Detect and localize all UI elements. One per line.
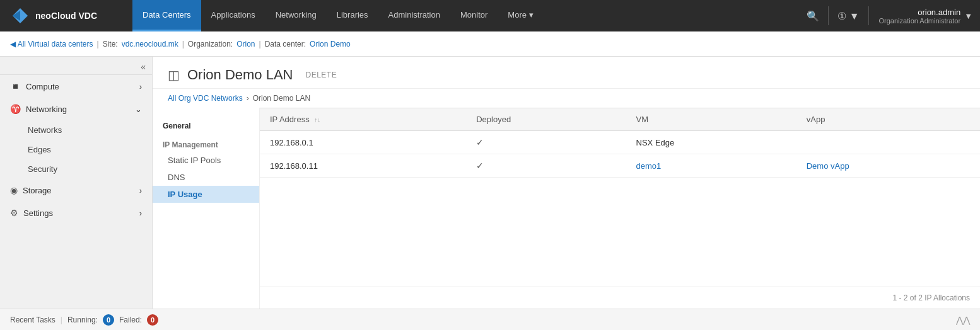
panel-ip-usage[interactable]: IP Usage bbox=[153, 186, 259, 203]
current-network-label: Orion Demo LAN bbox=[253, 94, 310, 103]
status-divider: | bbox=[61, 316, 62, 324]
table-header-row: IP Address ↑↓ Deployed VM vApp bbox=[260, 108, 980, 131]
nav-item-networking[interactable]: Networking bbox=[265, 0, 327, 31]
col-ip-label: IP Address bbox=[270, 115, 310, 124]
sidebar-item-storage[interactable]: ◉ Storage › bbox=[0, 179, 152, 202]
main-layout: « ◾ Compute › ♈ Networking ⌄ Networks Ed… bbox=[0, 57, 980, 309]
sidebar-label-compute: Compute bbox=[26, 82, 59, 91]
top-navigation: neoCloud VDC Data Centers Applications N… bbox=[0, 0, 980, 31]
sidebar-collapse-bar: « bbox=[0, 57, 152, 75]
back-to-vdcs[interactable]: ◀ All Virtual data centers bbox=[10, 40, 93, 48]
col-vapp: vApp bbox=[796, 108, 980, 131]
brand-logo-icon bbox=[10, 6, 30, 26]
vm-link-1[interactable]: demo1 bbox=[636, 161, 662, 171]
site-link[interactable]: vdc.neocloud.mk bbox=[122, 40, 178, 48]
cell-deployed-0: ✓ bbox=[466, 131, 626, 154]
cell-ip-1: 192.168.0.11 bbox=[260, 154, 466, 178]
nav-item-libraries[interactable]: Libraries bbox=[327, 0, 378, 31]
search-icon[interactable]: 🔍 bbox=[803, 6, 823, 26]
col-ip-address: IP Address ↑↓ bbox=[260, 108, 466, 131]
page-title: Orion Demo LAN bbox=[187, 67, 293, 83]
bc-sep-3: | bbox=[259, 40, 261, 48]
network-icon: ◫ bbox=[168, 67, 180, 82]
panel-static-ip-pools[interactable]: Static IP Pools bbox=[153, 152, 259, 169]
running-label: Running: bbox=[67, 316, 98, 324]
sub-breadcrumb: All Org VDC Networks › Orion Demo LAN bbox=[153, 89, 980, 108]
settings-chevron-icon: › bbox=[139, 208, 142, 218]
cell-vapp-0 bbox=[796, 131, 980, 154]
cell-ip-0: 192.168.0.1 bbox=[260, 131, 466, 154]
nav-item-monitor[interactable]: Monitor bbox=[450, 0, 498, 31]
compute-icon: ◾ bbox=[10, 81, 21, 91]
vapp-link-1[interactable]: Demo vApp bbox=[807, 161, 849, 171]
deployed-checkmark-icon: ✓ bbox=[476, 137, 484, 147]
brand-logo-area: neoCloud VDC bbox=[0, 6, 132, 26]
storage-chevron-icon: › bbox=[139, 186, 142, 195]
content-body: General IP Management Static IP Pools DN… bbox=[153, 108, 980, 309]
site-label: Site: bbox=[103, 40, 118, 48]
nav-item-data-centers[interactable]: Data Centers bbox=[132, 0, 201, 31]
general-section-title: General bbox=[153, 118, 259, 134]
nav-item-applications[interactable]: Applications bbox=[201, 0, 265, 31]
delete-button[interactable]: DELETE bbox=[301, 68, 342, 82]
nav-right: 🔍 ① ▼ orion.admin Organization Administr… bbox=[795, 6, 980, 26]
failed-count-badge: 0 bbox=[147, 314, 158, 326]
sidebar-item-networking[interactable]: ♈ Networking ⌄ bbox=[0, 98, 152, 120]
nav-items: Data Centers Applications Networking Lib… bbox=[132, 0, 795, 31]
networking-chevron-icon: ⌄ bbox=[135, 105, 142, 114]
org-link[interactable]: Orion bbox=[236, 40, 255, 48]
sidebar-item-settings[interactable]: ⚙ Settings › bbox=[0, 202, 152, 224]
settings-icon: ⚙ bbox=[10, 208, 18, 218]
cell-vm-1[interactable]: demo1 bbox=[626, 154, 796, 178]
cell-deployed-1: ✓ bbox=[466, 154, 626, 178]
table-area: IP Address ↑↓ Deployed VM vApp 192.168.0… bbox=[260, 108, 980, 309]
table-scroll[interactable]: IP Address ↑↓ Deployed VM vApp 192.168.0… bbox=[260, 108, 980, 287]
scroll-to-top-button[interactable]: ⋀⋀ bbox=[956, 314, 970, 326]
left-panel: General IP Management Static IP Pools DN… bbox=[153, 108, 260, 309]
content-area: ◫ Orion Demo LAN DELETE All Org VDC Netw… bbox=[153, 57, 980, 309]
deployed-checkmark-icon: ✓ bbox=[476, 161, 484, 171]
table-row: 192.168.0.11✓demo1Demo vApp bbox=[260, 154, 980, 178]
ip-management-title: IP Management bbox=[153, 134, 259, 152]
dc-label: Data center: bbox=[265, 40, 306, 48]
user-name: orion.admin bbox=[879, 8, 961, 17]
dc-link[interactable]: Orion Demo bbox=[310, 40, 351, 48]
all-networks-link[interactable]: All Org VDC Networks bbox=[168, 94, 243, 103]
failed-label: Failed: bbox=[119, 316, 142, 324]
org-label: Organization: bbox=[188, 40, 233, 48]
compute-chevron-icon: › bbox=[139, 82, 142, 91]
cell-vm-0: NSX Edge bbox=[626, 131, 796, 154]
user-dropdown-icon: ▼ bbox=[964, 11, 972, 21]
user-role: Organization Administrator bbox=[879, 17, 961, 25]
nav-divider bbox=[828, 6, 829, 25]
networking-icon: ♈ bbox=[10, 104, 21, 114]
sidebar: « ◾ Compute › ♈ Networking ⌄ Networks Ed… bbox=[0, 57, 153, 309]
collapse-sidebar-button[interactable]: « bbox=[141, 62, 146, 72]
sidebar-item-compute[interactable]: ◾ Compute › bbox=[0, 75, 152, 98]
help-icon[interactable]: ① ▼ bbox=[834, 6, 863, 26]
user-menu[interactable]: orion.admin Organization Administrator ▼ bbox=[874, 8, 973, 25]
nav-item-administration[interactable]: Administration bbox=[378, 0, 450, 31]
brand-name: neoCloud VDC bbox=[35, 11, 97, 21]
col-vm: VM bbox=[626, 108, 796, 131]
breadcrumb-bar: ◀ All Virtual data centers | Site: vdc.n… bbox=[0, 31, 980, 57]
sidebar-sub-item-security[interactable]: Security bbox=[0, 159, 152, 179]
sidebar-label-storage: Storage bbox=[23, 186, 52, 195]
sidebar-sub-item-networks[interactable]: Networks bbox=[0, 120, 152, 140]
panel-dns[interactable]: DNS bbox=[153, 169, 259, 186]
sidebar-label-networking: Networking bbox=[26, 105, 67, 114]
sub-bc-arrow: › bbox=[247, 94, 249, 103]
sidebar-label-settings: Settings bbox=[23, 208, 53, 218]
bc-sep-2: | bbox=[182, 40, 184, 48]
storage-icon: ◉ bbox=[10, 185, 18, 195]
col-deployed: Deployed bbox=[466, 108, 626, 131]
cell-vapp-1[interactable]: Demo vApp bbox=[796, 154, 980, 178]
sort-icons[interactable]: ↑↓ bbox=[314, 117, 320, 123]
nav-item-more[interactable]: More ▾ bbox=[498, 0, 543, 31]
nav-divider-2 bbox=[868, 6, 869, 25]
sidebar-sub-item-edges[interactable]: Edges bbox=[0, 140, 152, 159]
status-bar: Recent Tasks | Running: 0 Failed: 0 ⋀⋀ bbox=[0, 309, 980, 330]
running-count-badge: 0 bbox=[103, 314, 114, 326]
table-row: 192.168.0.1✓NSX Edge bbox=[260, 131, 980, 154]
bc-sep-1: | bbox=[97, 40, 99, 48]
